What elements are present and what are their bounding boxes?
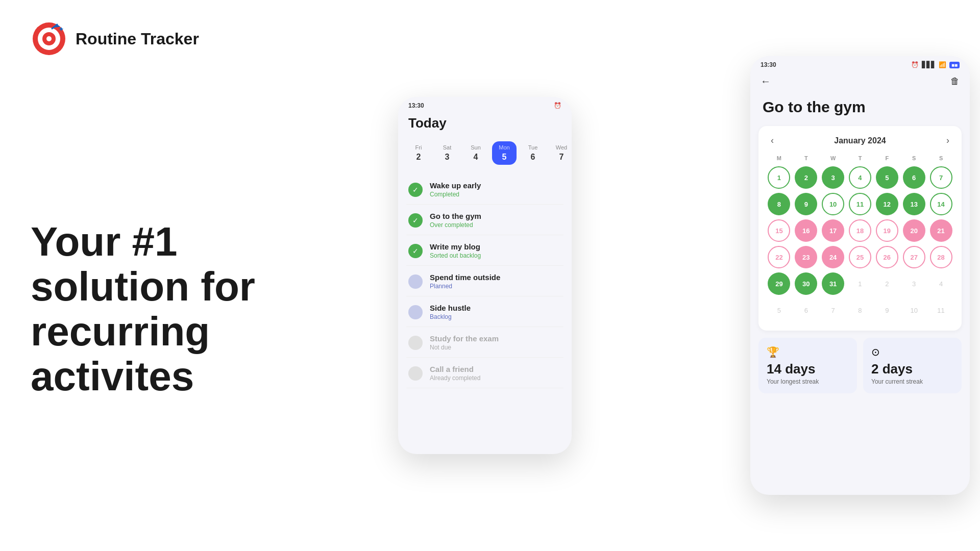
- calendar-day[interactable]: 12: [876, 193, 898, 215]
- calendar-day: 8: [849, 299, 871, 321]
- calendar-day[interactable]: 3: [822, 166, 844, 189]
- calendar-day[interactable]: 4: [849, 166, 871, 189]
- left-panel: ✦ Routine Tracker Your #1 solution for r…: [0, 0, 388, 551]
- calendar-day[interactable]: 5: [876, 166, 898, 189]
- calendar-day[interactable]: 13: [903, 193, 925, 215]
- task-item[interactable]: Study for the exam Not due: [406, 328, 564, 358]
- task-info: Wake up early Completed: [430, 181, 561, 198]
- alarm-icon: ⏰: [554, 102, 561, 109]
- logo-text: Routine Tracker: [76, 30, 199, 48]
- task-name: Write my blog: [430, 242, 561, 251]
- calendar-day[interactable]: 25: [849, 246, 871, 268]
- calendar-day[interactable]: 31: [822, 272, 844, 295]
- calendar-day[interactable]: 8: [768, 193, 790, 215]
- task-check: [408, 366, 423, 381]
- calendar-day[interactable]: 30: [795, 272, 817, 295]
- calendar-day: 2: [876, 272, 898, 295]
- status-bar-left: 13:30 ⏰: [398, 97, 572, 111]
- calendar-day: 1: [849, 272, 871, 295]
- calendar-day[interactable]: 23: [795, 246, 817, 268]
- calendar-month: January 2024: [834, 136, 886, 145]
- task-name: Wake up early: [430, 181, 561, 190]
- task-check: ✓: [408, 213, 423, 228]
- calendar-day[interactable]: 1: [768, 166, 790, 189]
- calendar-day[interactable]: 22: [768, 246, 790, 268]
- calendar-day[interactable]: 7: [930, 166, 952, 189]
- calendar-day[interactable]: 2: [795, 166, 817, 189]
- calendar-day[interactable]: 26: [876, 246, 898, 268]
- back-button[interactable]: ←: [761, 76, 771, 87]
- status-time-right: 13:30: [761, 61, 776, 68]
- task-item[interactable]: ✓ Wake up early Completed: [406, 175, 564, 205]
- calendar-grid: MTWTFSS123456789101112131415161718192021…: [767, 153, 953, 322]
- task-name: Call a friend: [430, 365, 561, 373]
- date-item[interactable]: Sun4: [463, 141, 488, 165]
- task-name: Spend time outside: [430, 273, 561, 282]
- calendar-day[interactable]: 10: [822, 193, 844, 215]
- task-status: Planned: [430, 283, 561, 290]
- date-strip[interactable]: Fri2Sat3Sun4Mon5Tue6Wed7: [398, 137, 572, 171]
- task-status: Over completed: [430, 221, 561, 229]
- calendar-day[interactable]: 24: [822, 246, 844, 268]
- task-info: Study for the exam Not due: [430, 334, 561, 351]
- task-item[interactable]: ✓ Write my blog Sorted out backlog: [406, 236, 564, 266]
- task-status: Not due: [430, 344, 561, 351]
- calendar-day[interactable]: 18: [849, 219, 871, 242]
- date-item[interactable]: Sat3: [435, 141, 459, 165]
- task-item[interactable]: Side hustle Backlog: [406, 297, 564, 327]
- detail-phone: 13:30 ⏰ ▋▋▋ 📶 ■■ ← 🗑 Go to the gym ‹ Jan…: [750, 56, 970, 495]
- hero-line1: Your #1: [31, 219, 255, 264]
- date-item[interactable]: Mon5: [492, 141, 517, 165]
- status-bar-right: 13:30 ⏰ ▋▋▋ 📶 ■■: [750, 56, 970, 70]
- date-item[interactable]: Fri2: [406, 141, 431, 165]
- task-info: Call a friend Already completed: [430, 365, 561, 382]
- calendar-day[interactable]: 15: [768, 219, 790, 242]
- streak-number: 2 days: [871, 361, 953, 377]
- streak-icon: ⊙: [871, 346, 953, 358]
- calendar-day: 10: [903, 299, 925, 321]
- calendar-day: 11: [930, 299, 952, 321]
- task-item[interactable]: Spend time outside Planned: [406, 267, 564, 296]
- delete-button[interactable]: 🗑: [950, 76, 960, 87]
- calendar-day[interactable]: 14: [930, 193, 952, 215]
- calendar-day: 3: [903, 272, 925, 295]
- hero-line4: activites: [31, 354, 255, 399]
- streak-icon: 🏆: [767, 346, 849, 358]
- date-item[interactable]: Wed7: [549, 141, 572, 165]
- calendar-prev[interactable]: ‹: [767, 134, 778, 147]
- hero-text: Your #1 solution for recurring activites: [31, 88, 357, 531]
- calendar-next[interactable]: ›: [942, 134, 953, 147]
- calendar-day[interactable]: 6: [903, 166, 925, 189]
- calendar-day[interactable]: 21: [930, 219, 952, 242]
- task-check: ✓: [408, 183, 423, 197]
- task-check: ✓: [408, 244, 423, 258]
- calendar-day-header: S: [901, 153, 926, 163]
- task-info: Write my blog Sorted out backlog: [430, 242, 561, 259]
- calendar-day[interactable]: 29: [768, 272, 790, 295]
- calendar-day[interactable]: 20: [903, 219, 925, 242]
- calendar-day-header: W: [821, 153, 846, 163]
- streak-card: 🏆 14 days Your longest streak: [758, 338, 857, 393]
- calendar: ‹ January 2024 › MTWTFSS1234567891011121…: [758, 126, 962, 331]
- calendar-day[interactable]: 19: [876, 219, 898, 242]
- calendar-day[interactable]: 17: [822, 219, 844, 242]
- calendar-day[interactable]: 28: [930, 246, 952, 268]
- date-item[interactable]: Tue6: [521, 141, 545, 165]
- calendar-day-header: M: [767, 153, 792, 163]
- calendar-day: 5: [768, 299, 790, 321]
- calendar-day[interactable]: 27: [903, 246, 925, 268]
- task-item[interactable]: ✓ Go to the gym Over completed: [406, 206, 564, 235]
- calendar-day[interactable]: 9: [795, 193, 817, 215]
- today-header: Today: [398, 111, 572, 137]
- logo-area: ✦ Routine Tracker: [31, 20, 357, 57]
- calendar-day[interactable]: 11: [849, 193, 871, 215]
- hero-line3: recurring: [31, 309, 255, 354]
- calendar-day[interactable]: 16: [795, 219, 817, 242]
- task-item[interactable]: Call a friend Already completed: [406, 359, 564, 388]
- status-icons-left: ⏰: [554, 102, 561, 109]
- calendar-day: 7: [822, 299, 844, 321]
- calendar-day-header: S: [928, 153, 953, 163]
- task-info: Side hustle Backlog: [430, 304, 561, 320]
- svg-point-3: [46, 36, 52, 41]
- task-check: [408, 336, 423, 350]
